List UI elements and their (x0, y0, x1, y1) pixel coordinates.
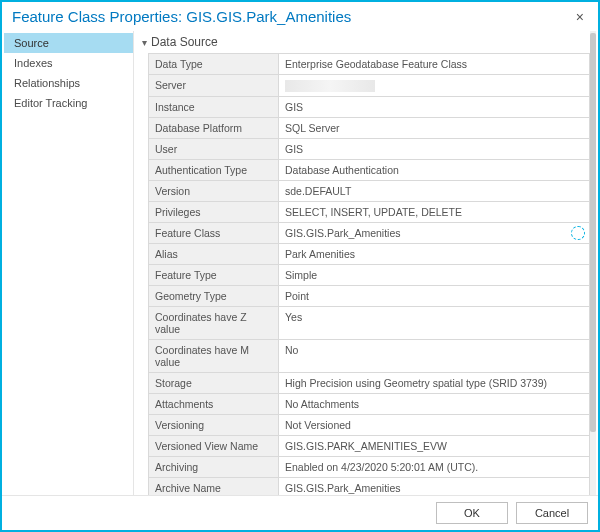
property-row: PrivilegesSELECT, INSERT, UPDATE, DELETE (149, 202, 589, 223)
property-name: Version (149, 181, 279, 201)
property-value: sde.DEFAULT (279, 181, 589, 201)
property-name: Coordinates have M value (149, 340, 279, 372)
close-icon[interactable]: × (572, 10, 588, 24)
property-row: AliasPark Amenities (149, 244, 589, 265)
property-name: User (149, 139, 279, 159)
property-value: No (279, 340, 589, 372)
property-name: Authentication Type (149, 160, 279, 180)
property-name: Versioning (149, 415, 279, 435)
dialog-footer: OK Cancel (2, 495, 598, 530)
redacted-value (285, 80, 375, 92)
property-value: Database Authentication (279, 160, 589, 180)
property-name: Privileges (149, 202, 279, 222)
scrollbar-thumb[interactable] (590, 33, 596, 432)
property-value: Enterprise Geodatabase Feature Class (279, 54, 589, 74)
property-value: GIS.GIS.PARK_AMENITIES_EVW (279, 436, 589, 456)
property-row: ArchivingEnabled on 4/23/2020 5:20:01 AM… (149, 457, 589, 478)
property-row: Archive NameGIS.GIS.Park_Amenities (149, 478, 589, 495)
property-value: No Attachments (279, 394, 589, 414)
property-value: High Precision using Geometry spatial ty… (279, 373, 589, 393)
property-row: Authentication TypeDatabase Authenticati… (149, 160, 589, 181)
property-value: SQL Server (279, 118, 589, 138)
section-data-source[interactable]: ▾ Data Source (134, 31, 596, 53)
property-value: GIS.GIS.Park_Amenities (279, 223, 589, 243)
property-row: Server (149, 75, 589, 97)
property-value: GIS (279, 97, 589, 117)
property-name: Versioned View Name (149, 436, 279, 456)
property-value: SELECT, INSERT, UPDATE, DELETE (279, 202, 589, 222)
property-row: AttachmentsNo Attachments (149, 394, 589, 415)
property-value: Point (279, 286, 589, 306)
property-value: Yes (279, 307, 589, 339)
property-row: Versionsde.DEFAULT (149, 181, 589, 202)
property-value: Simple (279, 265, 589, 285)
sidebar-item-source[interactable]: Source (4, 33, 133, 53)
property-row: Data TypeEnterprise Geodatabase Feature … (149, 54, 589, 75)
chevron-down-icon: ▾ (142, 37, 147, 48)
property-name: Geometry Type (149, 286, 279, 306)
property-name: Database Platform (149, 118, 279, 138)
vertical-scrollbar[interactable] (590, 31, 596, 495)
properties-table: Data TypeEnterprise Geodatabase Feature … (148, 53, 590, 495)
property-name: Archive Name (149, 478, 279, 495)
feature-class-icon[interactable] (571, 226, 585, 240)
property-name: Data Type (149, 54, 279, 74)
titlebar: Feature Class Properties: GIS.GIS.Park_A… (2, 2, 598, 29)
cancel-button[interactable]: Cancel (516, 502, 588, 524)
property-value: GIS.GIS.Park_Amenities (279, 478, 589, 495)
property-row: StorageHigh Precision using Geometry spa… (149, 373, 589, 394)
property-name: Feature Type (149, 265, 279, 285)
property-value: Park Amenities (279, 244, 589, 264)
property-row: Coordinates have M valueNo (149, 340, 589, 373)
property-name: Instance (149, 97, 279, 117)
property-row: InstanceGIS (149, 97, 589, 118)
property-value: GIS (279, 139, 589, 159)
property-row: Database PlatformSQL Server (149, 118, 589, 139)
property-row: Feature TypeSimple (149, 265, 589, 286)
property-row: VersioningNot Versioned (149, 415, 589, 436)
property-row: UserGIS (149, 139, 589, 160)
dialog-title: Feature Class Properties: GIS.GIS.Park_A… (12, 8, 351, 25)
property-value (279, 75, 589, 96)
section-title: Data Source (151, 35, 218, 49)
feature-class-properties-dialog: Feature Class Properties: GIS.GIS.Park_A… (0, 0, 600, 532)
sidebar: Source Indexes Relationships Editor Trac… (4, 31, 134, 495)
property-name: Coordinates have Z value (149, 307, 279, 339)
property-row: Feature ClassGIS.GIS.Park_Amenities (149, 223, 589, 244)
properties-scroll[interactable]: Data TypeEnterprise Geodatabase Feature … (134, 53, 596, 495)
sidebar-item-relationships[interactable]: Relationships (4, 73, 133, 93)
property-name: Attachments (149, 394, 279, 414)
content-pane: ▾ Data Source Data TypeEnterprise Geodat… (134, 31, 596, 495)
property-name: Storage (149, 373, 279, 393)
sidebar-item-indexes[interactable]: Indexes (4, 53, 133, 73)
property-row: Geometry TypePoint (149, 286, 589, 307)
property-name: Server (149, 75, 279, 96)
sidebar-item-editor-tracking[interactable]: Editor Tracking (4, 93, 133, 113)
dialog-body: Source Indexes Relationships Editor Trac… (2, 29, 598, 495)
property-value: Not Versioned (279, 415, 589, 435)
property-name: Feature Class (149, 223, 279, 243)
property-name: Alias (149, 244, 279, 264)
ok-button[interactable]: OK (436, 502, 508, 524)
property-name: Archiving (149, 457, 279, 477)
property-row: Versioned View NameGIS.GIS.PARK_AMENITIE… (149, 436, 589, 457)
property-row: Coordinates have Z valueYes (149, 307, 589, 340)
property-value: Enabled on 4/23/2020 5:20:01 AM (UTC). (279, 457, 589, 477)
